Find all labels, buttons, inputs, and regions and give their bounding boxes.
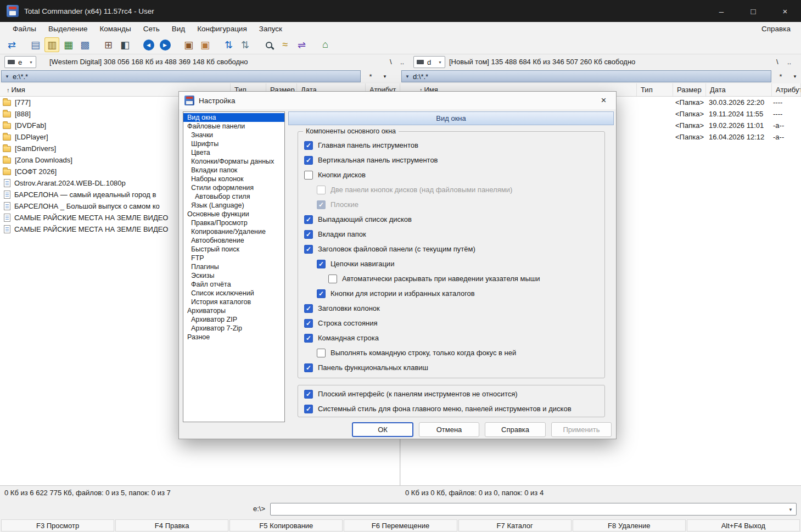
right-column-header[interactable]: Атрибут [772,83,801,96]
settings-tree-item[interactable]: Архиватор ZIP [183,315,284,324]
back-icon[interactable]: ◀ [141,37,156,52]
setting-row[interactable]: ✓Системный стиль для фона главного меню,… [304,401,603,416]
settings-tree-item[interactable]: Колонки/Форматы данных [183,157,284,166]
left-history-button[interactable]: ▼ [379,71,391,82]
help-button[interactable]: Справка [485,422,546,437]
setting-row[interactable]: Выполнять командную строку, только когда… [304,345,603,360]
checkbox[interactable]: ✓ [304,215,313,224]
search-icon[interactable] [261,37,276,52]
checkbox[interactable]: ✓ [317,260,326,268]
settings-tree-item[interactable]: FTP [183,254,284,262]
right-column-header[interactable]: Тип [637,83,673,96]
right-column-header[interactable]: Размер [673,83,706,96]
command-line-input[interactable]: ▼ [270,503,797,516]
minimize-button[interactable]: – [705,0,737,22]
menu-item[interactable]: Выделение [42,24,94,34]
checkbox[interactable]: ✓ [304,156,313,165]
checkbox[interactable]: ✓ [304,363,313,372]
settings-tree-item[interactable]: Вкладки папок [183,166,284,175]
fkey-button[interactable]: F8 Удаление [573,519,686,531]
fkey-button[interactable]: F5 Копирование [229,519,343,531]
checkbox[interactable] [304,171,313,180]
settings-tree-item[interactable]: Автовыбор стиля [183,192,284,201]
settings-tree-item[interactable]: История каталогов [183,298,284,306]
checkbox[interactable]: ✓ [304,390,313,399]
setting-row[interactable]: Автоматически раскрывать при наведении у… [304,271,603,286]
fkey-button[interactable]: F4 Правка [115,519,228,531]
forward-icon[interactable]: ▶ [158,37,172,52]
settings-tree-item[interactable]: Разное [183,333,284,341]
settings-tree-item[interactable]: Язык (Language) [183,201,284,210]
settings-tree-item[interactable]: Стили оформления [183,183,284,192]
thumbnails-view-icon[interactable]: ▦ [61,37,76,52]
setting-row[interactable]: ✓Вертикальная панель инструментов [304,153,603,167]
settings-tree-item[interactable]: Автообновление [183,236,284,245]
folder-home-icon[interactable]: ⌂ [318,37,333,52]
settings-tree-item[interactable]: Шрифты [183,139,284,148]
custom-columns-icon[interactable]: ▩ [77,37,92,52]
refresh-icon[interactable]: ⇄ [4,37,19,52]
chevron-down-icon[interactable]: ▼ [788,507,793,512]
setting-row[interactable]: ✓Строка состояния [304,316,603,331]
dialog-close-button[interactable]: × [591,92,616,109]
right-up-button[interactable]: .. [787,58,791,66]
sync-dirs-icon[interactable]: ⇌ [294,37,309,52]
setting-row[interactable]: ✓Плоский интерфейс (к панелям инструмент… [304,387,603,401]
pack-files-icon[interactable]: ▣ [181,37,196,52]
settings-tree-item[interactable]: Вид окна [183,113,284,122]
menu-item[interactable]: Запуск [253,24,288,34]
tree-view-icon[interactable]: ⊞ [101,37,116,52]
fkey-button[interactable]: F7 Каталог [458,519,572,531]
left-drive-combo[interactable]: e ▼ [4,56,36,68]
left-star-button[interactable]: * [365,71,377,82]
menu-item[interactable]: Команды [93,24,137,34]
setting-row[interactable]: ✓Выпадающий список дисков [304,212,603,227]
maximize-button[interactable]: □ [737,0,769,22]
quick-view-icon[interactable]: ◧ [117,37,132,52]
checkbox[interactable] [317,349,326,357]
ok-button[interactable]: ОК [352,422,413,437]
menu-item[interactable]: Сеть [137,24,166,34]
fkey-button[interactable]: F6 Перемещение [344,519,457,531]
left-path-bar[interactable]: ▼ e:\*.* [1,70,361,82]
right-history-button[interactable]: ▼ [789,71,801,82]
checkbox[interactable]: ✓ [317,289,326,298]
checkbox[interactable]: ✓ [304,230,313,239]
settings-tree-item[interactable]: Файловые панели [183,122,284,131]
multi-rename-icon[interactable]: ≈ [278,37,293,52]
settings-tree-item[interactable]: Файл отчёта [183,280,284,289]
checkbox[interactable] [328,275,337,283]
setting-row[interactable]: ✓Кнопки для истории и избранных каталого… [304,286,603,301]
settings-tree-item[interactable]: Плагины [183,262,284,271]
menu-item-help[interactable]: Справка [755,24,797,34]
setting-row[interactable]: ✓Цепочки навигации [304,256,603,271]
settings-tree-item[interactable]: Копирование/Удаление [183,227,284,236]
menu-item[interactable]: Конфигурация [191,24,253,34]
cancel-button[interactable]: Отмена [419,422,479,437]
checkbox[interactable]: ✓ [304,141,313,150]
settings-tree-item[interactable]: Цвета [183,148,284,157]
setting-row[interactable]: ✓Заголовок файловой панели (с текущим пу… [304,242,603,256]
settings-tree-item[interactable]: Архиватор 7-Zip [183,324,284,333]
settings-tree-item[interactable]: Эскизы [183,271,284,280]
checkbox[interactable]: ✓ [304,245,313,254]
fkey-button[interactable]: Alt+F4 Выход [687,519,800,531]
settings-tree-item[interactable]: Значки [183,131,284,139]
setting-row[interactable]: ✓Панель функциональных клавиш [304,360,603,375]
menu-item[interactable]: Вид [166,24,191,34]
brief-view-icon[interactable]: ▤ [28,37,43,52]
left-up-button[interactable]: .. [400,58,404,66]
close-button[interactable]: × [769,0,801,22]
settings-tree-item[interactable]: Правка/Просмотр [183,219,284,227]
right-root-button[interactable]: \ [776,58,778,66]
right-path-bar[interactable]: ▼ d:\*.* [401,70,771,82]
checkbox[interactable]: ✓ [304,319,313,328]
settings-tree-item[interactable]: Быстрый поиск [183,245,284,254]
settings-tree-item[interactable]: Архиваторы [183,306,284,315]
setting-row[interactable]: ✓Главная панель инструментов [304,138,603,153]
checkbox[interactable]: ✓ [304,334,313,343]
settings-tree-item[interactable]: Список исключений [183,289,284,298]
right-drive-combo[interactable]: d ▼ [413,56,445,68]
settings-tree-item[interactable]: Наборы колонок [183,175,284,183]
menu-item[interactable]: Файлы [7,24,42,34]
